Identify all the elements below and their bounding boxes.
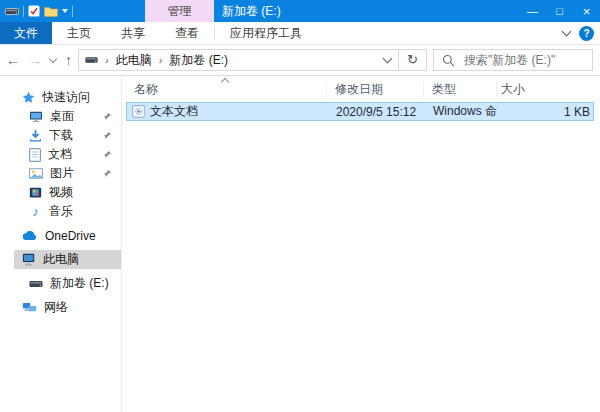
column-header-name[interactable]: 名称 — [122, 81, 327, 98]
search-icon — [442, 54, 455, 67]
download-icon — [29, 129, 42, 142]
pin-icon[interactable] — [103, 131, 112, 140]
sidebar-item-label: 文档 — [48, 146, 72, 163]
network-icon — [22, 302, 37, 314]
sidebar-item-label: 快速访问 — [42, 89, 90, 106]
sidebar-item-desktop[interactable]: 桌面 — [0, 107, 121, 126]
picture-icon — [29, 168, 43, 179]
address-history-dropdown[interactable] — [377, 50, 398, 70]
address-bar[interactable]: › 此电脑 › 新加卷 (E:) ↻ — [78, 49, 427, 71]
column-header-label: 大小 — [501, 81, 525, 98]
breadcrumb: › 此电脑 › 新加卷 (E:) — [79, 50, 377, 70]
sidebar-item-network[interactable]: 网络 — [0, 298, 121, 317]
new-folder-icon[interactable] — [44, 6, 58, 17]
sidebar-item-label: 网络 — [44, 299, 68, 316]
computer-icon — [22, 253, 36, 266]
sidebar-item-label: 视频 — [49, 184, 73, 201]
sidebar-item-label: 新加卷 (E:) — [50, 275, 109, 292]
file-type: Windows 命令脚本 — [424, 103, 497, 120]
pin-icon[interactable] — [103, 112, 112, 121]
recent-locations-button[interactable] — [46, 45, 59, 75]
content-area: 快速访问 桌面 下载 文档 图片 — [0, 76, 600, 412]
cmd-script-file-icon — [132, 105, 145, 118]
file-row-selected[interactable]: 文本文档 2020/9/5 15:12 Windows 命令脚本 1 KB — [126, 102, 594, 121]
refresh-button[interactable]: ↻ — [399, 50, 426, 70]
search-box[interactable] — [433, 49, 593, 71]
tab-view[interactable]: 查看 — [160, 22, 214, 44]
separator — [23, 6, 24, 17]
document-icon — [29, 148, 41, 162]
column-header-label: 类型 — [432, 81, 456, 98]
expand-ribbon-chevron-icon[interactable] — [562, 27, 572, 37]
chevron-down-icon — [48, 54, 56, 62]
video-icon — [29, 186, 42, 199]
file-date-modified: 2020/9/5 15:12 — [327, 105, 424, 119]
navigation-pane: 快速访问 桌面 下载 文档 图片 — [0, 76, 122, 412]
breadcrumb-separator: › — [105, 54, 109, 66]
chevron-down-icon — [383, 54, 393, 64]
sidebar-item-quick-access[interactable]: 快速访问 — [0, 88, 121, 107]
tab-file[interactable]: 文件 — [0, 22, 52, 44]
file-list-pane: 名称 修改日期 类型 大小 文本文档 — [122, 76, 600, 412]
sidebar-item-this-pc[interactable]: 此电脑 — [0, 250, 121, 269]
properties-check-icon[interactable] — [28, 5, 40, 17]
sidebar-item-label: 图片 — [50, 165, 74, 182]
manage-contextual-tab[interactable]: 管理 — [145, 0, 214, 22]
drive-icon — [85, 56, 98, 64]
drive-icon — [5, 7, 19, 16]
sidebar-item-new-volume-e[interactable]: 新加卷 (E:) — [0, 274, 121, 293]
sidebar-item-videos[interactable]: 视频 — [0, 183, 121, 202]
sidebar-item-pictures[interactable]: 图片 — [0, 164, 121, 183]
column-header-type[interactable]: 类型 — [424, 81, 497, 98]
drive-icon — [29, 280, 43, 288]
sidebar-item-onedrive[interactable]: OneDrive — [0, 226, 121, 245]
breadcrumb-this-pc[interactable]: 此电脑 — [116, 52, 152, 69]
up-button[interactable]: ↑ — [59, 45, 78, 75]
window-controls: — □ × — [519, 0, 600, 22]
sidebar-item-label: 音乐 — [49, 203, 73, 220]
close-button[interactable]: × — [573, 0, 600, 22]
file-size: 1 KB — [497, 105, 593, 119]
sidebar-item-documents[interactable]: 文档 — [0, 145, 121, 164]
customize-toolbar-caret-icon[interactable] — [62, 9, 68, 13]
breadcrumb-separator: › — [159, 54, 163, 66]
ribbon-tab-row: 文件 主页 共享 查看 应用程序工具 ? — [0, 22, 600, 45]
help-icon[interactable]: ? — [579, 26, 594, 41]
ribbon-right-controls: ? — [563, 22, 594, 44]
pin-icon[interactable] — [103, 169, 112, 178]
column-header-date-modified[interactable]: 修改日期 — [327, 81, 424, 98]
separator — [72, 6, 73, 17]
star-icon — [22, 91, 35, 104]
tab-home[interactable]: 主页 — [52, 22, 106, 44]
desktop-icon — [29, 111, 43, 123]
sidebar-item-music[interactable]: ♪ 音乐 — [0, 202, 121, 221]
sidebar-item-label: 此电脑 — [43, 251, 79, 268]
sidebar-item-label: 桌面 — [50, 108, 74, 125]
sidebar-item-label: 下载 — [49, 127, 73, 144]
sidebar-item-downloads[interactable]: 下载 — [0, 126, 121, 145]
pin-icon[interactable] — [103, 150, 112, 159]
minimize-button[interactable]: — — [519, 0, 546, 22]
navigation-toolbar: ← → ↑ › 此电脑 › 新加卷 (E:) ↻ — [0, 45, 600, 76]
search-input[interactable] — [462, 52, 592, 68]
column-header-size[interactable]: 大小 — [497, 81, 587, 98]
quick-access-toolbar — [5, 0, 73, 22]
sidebar-item-label: OneDrive — [45, 229, 96, 243]
maximize-button[interactable]: □ — [546, 0, 573, 22]
window-title: 新加卷 (E:) — [222, 0, 281, 22]
title-bar: 管理 新加卷 (E:) — □ × — [0, 0, 600, 22]
back-button[interactable]: ← — [1, 45, 25, 75]
forward-button[interactable]: → — [25, 45, 46, 75]
explorer-window: 管理 新加卷 (E:) — □ × 文件 主页 共享 查看 应用程序工具 ? ←… — [0, 0, 600, 412]
cloud-icon — [22, 231, 38, 241]
column-headers: 名称 修改日期 类型 大小 — [122, 76, 600, 101]
sort-ascending-icon — [221, 78, 229, 86]
tab-application-tools[interactable]: 应用程序工具 — [215, 22, 317, 44]
file-name: 文本文档 — [150, 103, 198, 120]
column-header-label: 名称 — [134, 81, 158, 98]
breadcrumb-current-drive[interactable]: 新加卷 (E:) — [169, 52, 228, 69]
column-header-label: 修改日期 — [335, 81, 383, 98]
music-note-icon: ♪ — [29, 204, 42, 219]
tab-share[interactable]: 共享 — [106, 22, 160, 44]
